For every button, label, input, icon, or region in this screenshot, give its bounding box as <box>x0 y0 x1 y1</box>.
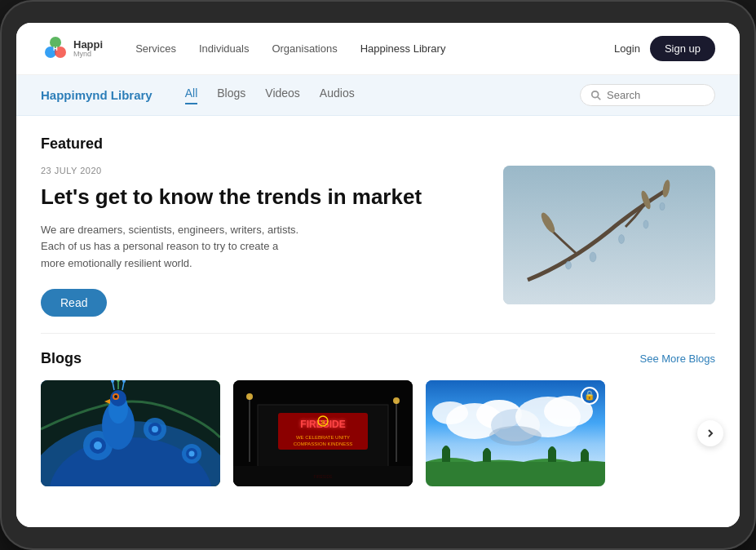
fireside-image: FIRESIDE $ WE CELEBRATE UNITY COMPASSION… <box>233 380 413 486</box>
blog-card-fireside[interactable]: FIRESIDE $ WE CELEBRATE UNITY COMPASSION… <box>233 380 413 486</box>
logo-area: H Happi Mynd <box>41 34 103 64</box>
lock-badge: 🔒 <box>581 387 599 405</box>
featured-content: 23 JULY 2020 Let's get to know the trend… <box>41 166 479 317</box>
screen: H Happi Mynd Services Individuals Organi… <box>16 23 740 527</box>
svg-rect-39 <box>41 380 220 486</box>
svg-point-15 <box>660 203 665 211</box>
main-content: Featured 23 JULY 2020 Let's get to know … <box>16 116 740 527</box>
svg-point-4 <box>592 91 599 97</box>
signup-button[interactable]: Sign up <box>650 36 715 61</box>
tab-audios[interactable]: Audios <box>320 86 355 104</box>
logo-text-block: Happi Mynd <box>73 39 103 58</box>
blogs-header: Blogs See More Blogs <box>41 350 715 367</box>
subnav-search <box>580 84 715 106</box>
nav-individuals[interactable]: Individuals <box>199 42 249 55</box>
nav-services[interactable]: Services <box>135 42 176 55</box>
svg-point-13 <box>643 220 648 228</box>
svg-point-60 <box>432 401 468 424</box>
logo-name: Happi <box>73 39 103 50</box>
svg-point-11 <box>590 252 596 262</box>
subnav-title: Happimynd Library <box>41 88 153 102</box>
tab-blogs[interactable]: Blogs <box>217 86 245 104</box>
nav-organisations[interactable]: Organisations <box>272 42 337 55</box>
featured-image <box>503 166 715 304</box>
nav-actions: Login Sign up <box>614 36 715 61</box>
blogs-title: Blogs <box>41 350 82 367</box>
blog-cards-wrapper: FIRESIDE $ WE CELEBRATE UNITY COMPASSION… <box>41 380 715 486</box>
svg-point-50 <box>246 393 253 400</box>
featured-card: 23 JULY 2020 Let's get to know the trend… <box>41 166 715 317</box>
sky-image <box>426 380 605 486</box>
blog-cards: FIRESIDE $ WE CELEBRATE UNITY COMPASSION… <box>41 380 715 486</box>
svg-line-5 <box>598 96 601 100</box>
login-button[interactable]: Login <box>614 42 640 55</box>
svg-rect-7 <box>503 166 715 304</box>
search-input[interactable] <box>607 89 705 101</box>
svg-text:H: H <box>53 45 58 52</box>
blog-card-sky[interactable]: 🔒 <box>426 380 605 486</box>
tab-videos[interactable]: Videos <box>265 86 300 104</box>
lock-icon: 🔒 <box>584 390 595 401</box>
featured-image-svg <box>503 166 715 304</box>
navbar: H Happi Mynd Services Individuals Organi… <box>16 23 740 75</box>
featured-date: 23 JULY 2020 <box>41 166 479 175</box>
svg-text:$: $ <box>321 419 325 426</box>
svg-point-14 <box>566 261 572 269</box>
svg-text:WE CELEBRATE UNITY: WE CELEBRATE UNITY <box>296 435 350 440</box>
featured-description: We are dreamers, scientists, engineers, … <box>41 222 302 273</box>
svg-text:COMPASSION KINDNESS: COMPASSION KINDNESS <box>294 441 353 446</box>
featured-title: Let's get to know the trends in market <box>41 184 479 211</box>
tab-all[interactable]: All <box>185 86 198 104</box>
subnav: Happimynd Library All Blogs Videos Audio… <box>16 75 740 116</box>
blogs-section: Blogs See More Blogs <box>16 334 740 503</box>
svg-text:FIRESIDE: FIRESIDE <box>313 474 333 479</box>
search-icon <box>590 90 602 101</box>
peacock-image <box>41 380 220 486</box>
logo-icon: H <box>41 34 70 64</box>
blog-card-peacock[interactable] <box>41 380 220 486</box>
logo-subname: Mynd <box>73 50 103 58</box>
featured-label: Featured <box>41 135 715 153</box>
svg-rect-62 <box>426 462 605 486</box>
carousel-next-button[interactable] <box>697 420 723 446</box>
nav-happiness-library[interactable]: Happiness Library <box>360 42 446 55</box>
read-button[interactable]: Read <box>41 289 107 317</box>
svg-point-61 <box>489 426 542 446</box>
svg-point-12 <box>619 235 625 244</box>
nav-links: Services Individuals Organisations Happi… <box>135 42 614 55</box>
featured-section: Featured 23 JULY 2020 Let's get to know … <box>16 116 740 333</box>
tablet-frame: H Happi Mynd Services Individuals Organi… <box>0 0 756 550</box>
svg-point-51 <box>393 397 400 404</box>
subnav-tabs: All Blogs Videos Audios <box>185 86 355 104</box>
see-more-blogs[interactable]: See More Blogs <box>640 353 716 365</box>
